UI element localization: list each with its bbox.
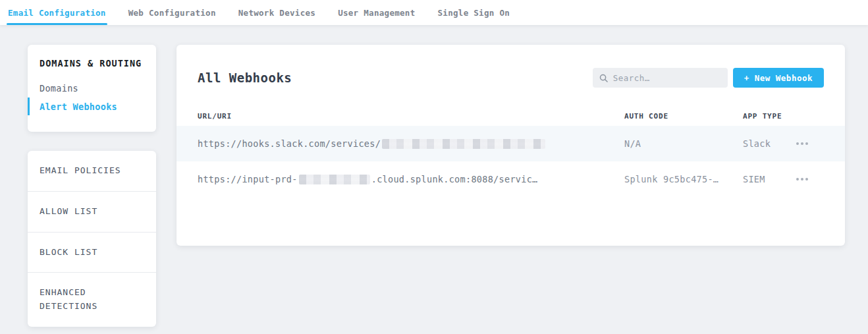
- sidebar-item-alert-webhooks[interactable]: Alert Webhooks: [40, 97, 144, 116]
- webhook-app-type: Slack: [743, 138, 771, 149]
- table-header-row: URL/URI AUTH CODE APP TYPE: [198, 106, 824, 126]
- tab-network-devices[interactable]: Network Devices: [237, 0, 317, 25]
- sidebar-section-title: DOMAINS & ROUTING: [40, 58, 144, 69]
- sidebar-section-enhanced-detections[interactable]: ENHANCED DETECTIONS: [28, 272, 156, 327]
- redacted-url-segment: [299, 175, 370, 184]
- row-menu-button[interactable]: [795, 138, 809, 149]
- sidebar-item-domains[interactable]: Domains: [40, 79, 144, 97]
- table-row: https://hooks.slack.com/services/ N/A Sl…: [176, 126, 845, 161]
- tab-email-configuration[interactable]: Email Configuration: [7, 0, 107, 25]
- page-title: All Webhooks: [198, 70, 292, 85]
- tab-user-management[interactable]: User Management: [337, 0, 416, 25]
- top-nav-tabs: Email ConfigurationWeb ConfigurationNetw…: [0, 0, 868, 25]
- sidebar-sections-card: EMAIL POLICIESALLOW LISTBLOCK LISTENHANC…: [28, 151, 156, 327]
- sidebar: DOMAINS & ROUTING DomainsAlert Webhooks …: [28, 45, 156, 327]
- domains-routing-card: DOMAINS & ROUTING DomainsAlert Webhooks: [28, 45, 156, 132]
- webhook-url: https://input-prd-.cloud.splunk.com:8088…: [198, 174, 624, 184]
- column-header-app-type: APP TYPE: [743, 112, 824, 121]
- webhook-auth-code: Splunk 9c5bc475-…: [624, 174, 743, 184]
- sidebar-section-allow-list[interactable]: ALLOW LIST: [28, 191, 156, 232]
- tab-web-configuration[interactable]: Web Configuration: [127, 0, 217, 25]
- webhooks-table: URL/URI AUTH CODE APP TYPE https://hooks…: [198, 106, 824, 197]
- webhook-auth-code: N/A: [624, 138, 743, 149]
- tab-single-sign-on[interactable]: Single Sign On: [437, 0, 512, 25]
- header-actions: + New Webhook: [593, 68, 824, 88]
- webhook-url: https://hooks.slack.com/services/: [198, 138, 624, 149]
- new-webhook-button[interactable]: + New Webhook: [733, 68, 824, 88]
- sidebar-section-block-list[interactable]: BLOCK LIST: [28, 232, 156, 273]
- sidebar-section-email-policies[interactable]: EMAIL POLICIES: [28, 151, 156, 191]
- webhooks-panel: All Webhooks + New Webhook URL/URI AUTH …: [176, 45, 845, 246]
- top-navigation-bar: Email ConfigurationWeb ConfigurationNetw…: [0, 0, 868, 25]
- search-input[interactable]: [613, 73, 721, 83]
- panel-header: All Webhooks + New Webhook: [198, 68, 824, 88]
- column-header-url: URL/URI: [198, 112, 624, 121]
- webhook-app-type: SIEM: [743, 174, 765, 184]
- page-body: DOMAINS & ROUTING DomainsAlert Webhooks …: [0, 25, 868, 327]
- search-icon: [599, 74, 608, 82]
- table-row: https://input-prd-.cloud.splunk.com:8088…: [198, 161, 824, 197]
- redacted-url-segment: [382, 139, 545, 149]
- domains-routing-items: DomainsAlert Webhooks: [40, 79, 144, 116]
- row-menu-button[interactable]: [795, 174, 809, 184]
- column-header-auth-code: AUTH CODE: [624, 112, 743, 121]
- table-body: https://hooks.slack.com/services/ N/A Sl…: [198, 126, 824, 197]
- search-box[interactable]: [593, 68, 728, 88]
